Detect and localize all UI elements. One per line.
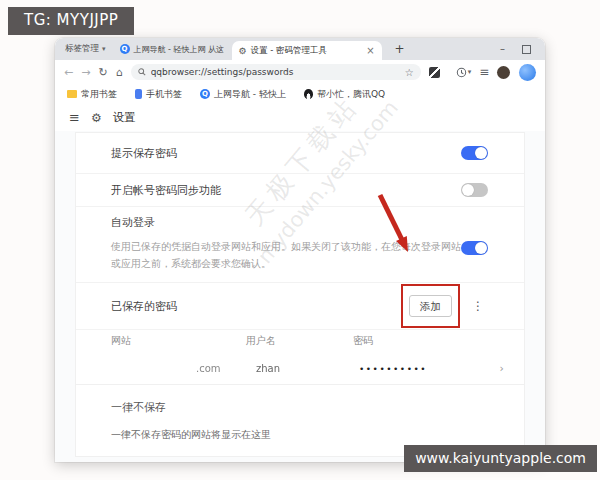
minimize-button[interactable]: – <box>500 44 505 54</box>
settings-page: ≡ ⚙ 设置 提示保存密码 开启帐号密码同步功能 自动登录 使用已保存的凭据自动… <box>55 104 545 462</box>
toggle-knob <box>475 147 487 159</box>
url-input[interactable]: qqbrowser://settings/passwords ☆ <box>131 64 421 80</box>
setting-description: 使用已保存的凭据自动登录网站和应用。如果关闭了该功能，在您每次登录网站或应用之前… <box>111 238 463 272</box>
tab-settings-title: 设置 - 密码管理工具 <box>251 45 327 57</box>
setting-row-password-sync: 开启帐号密码同步功能 <box>76 174 524 207</box>
setting-row-save-prompt: 提示保存密码 <box>76 133 524 174</box>
extension-icon[interactable] <box>429 67 440 78</box>
site-watermark-badge: www.kaiyuntyapple.com <box>404 445 597 472</box>
setting-label: 开启帐号密码同步功能 <box>111 183 221 198</box>
search-icon <box>138 68 146 76</box>
section-title: 已保存的密码 <box>111 299 177 314</box>
folder-icon <box>67 90 77 98</box>
home-icon[interactable]: ⌂ <box>116 67 123 78</box>
gear-icon: ⚙ <box>239 46 247 56</box>
annotation-red-box: 添加 <box>401 284 460 329</box>
maximize-button[interactable] <box>522 45 531 54</box>
tab-home[interactable]: Q 上网导航 - 轻快上网 从这里开始 <box>120 44 224 55</box>
forward-icon[interactable]: → <box>81 67 90 78</box>
back-icon[interactable]: ← <box>64 67 73 78</box>
caret-down-icon: ▾ <box>468 68 472 76</box>
password-sync-toggle[interactable] <box>461 183 488 197</box>
password-cell: •••••••••• <box>353 364 427 374</box>
bookmark-qq-help[interactable]: 帮小忙，腾讯QQ <box>304 88 385 101</box>
username-cell: zhan <box>246 363 280 374</box>
column-password: 密码 <box>353 334 489 348</box>
bookmarks-bar: 常用书签 手机书签 Q 上网导航 - 轻快上 帮小忙，腾讯QQ <box>55 84 545 105</box>
never-save-title: 一律不保存 <box>76 385 524 415</box>
hamburger-menu-icon[interactable]: ≡ <box>69 110 80 125</box>
caret-down-icon: ▾ <box>102 45 106 53</box>
chevron-right-icon[interactable]: › <box>500 362 504 375</box>
bookmark-label: 常用书签 <box>81 88 117 101</box>
browser-window: 标签管理 ▾ Q 上网导航 - 轻快上网 从这里开始 ⚙ 设置 - 密码管理工具… <box>55 38 545 462</box>
bookmark-folder-mobile[interactable]: 手机书签 <box>135 88 182 101</box>
clock-icon <box>456 67 467 78</box>
add-password-button[interactable]: 添加 <box>409 295 452 318</box>
bookmark-star-icon[interactable]: ☆ <box>405 67 414 78</box>
browser-menu-icon[interactable]: ≡ <box>479 65 489 79</box>
bookmark-nav-site[interactable]: Q 上网导航 - 轻快上 <box>200 88 286 101</box>
window-controls: – <box>500 44 531 54</box>
tab-manager-label: 标签管理 <box>65 43 99 55</box>
saved-passwords-header: 已保存的密码 添加 ⋮ <box>76 283 524 329</box>
qq-browser-logo-icon: Q <box>200 89 210 99</box>
toggle-knob <box>462 184 474 196</box>
page-title: 设置 <box>113 110 136 125</box>
phone-icon <box>135 89 142 99</box>
gear-icon: ⚙ <box>91 111 102 125</box>
tab-settings[interactable]: ⚙ 设置 - 密码管理工具 × <box>232 41 382 60</box>
column-username: 用户名 <box>246 334 353 348</box>
bookmark-label: 帮小忙，腾讯QQ <box>317 88 385 101</box>
new-tab-button[interactable]: + <box>395 42 405 56</box>
reload-icon[interactable]: ↻ <box>98 67 107 78</box>
setting-label: 提示保存密码 <box>111 146 177 161</box>
settings-header: ≡ ⚙ 设置 <box>55 104 545 131</box>
tab-manager-button[interactable]: 标签管理 ▾ <box>65 43 106 55</box>
bookmark-folder-common[interactable]: 常用书签 <box>67 88 117 101</box>
profile-avatar[interactable] <box>497 66 510 79</box>
tab-home-title: 上网导航 - 轻快上网 从这里开始 <box>134 44 224 55</box>
tab-strip: 标签管理 ▾ Q 上网导航 - 轻快上网 从这里开始 ⚙ 设置 - 密码管理工具… <box>55 38 545 60</box>
passwords-table-header: 网站 用户名 密码 <box>76 329 524 352</box>
save-prompt-toggle[interactable] <box>461 146 488 160</box>
column-website: 网站 <box>111 334 246 348</box>
tg-watermark-badge: TG: MYYJJPP <box>8 7 134 35</box>
navigation-toolbar: ← → ↻ ⌂ qqbrowser://settings/passwords ☆… <box>55 60 545 84</box>
bookmark-label: 手机书签 <box>146 88 182 101</box>
website-cell: .com <box>196 363 221 374</box>
passwords-settings-card: 提示保存密码 开启帐号密码同步功能 自动登录 使用已保存的凭据自动登录网站和应用… <box>75 132 525 457</box>
toggle-knob <box>475 242 487 254</box>
setting-row-auto-login: 自动登录 使用已保存的凭据自动登录网站和应用。如果关闭了该功能，在您每次登录网站… <box>76 207 524 283</box>
auto-login-toggle[interactable] <box>461 241 488 255</box>
setting-label: 自动登录 <box>111 215 488 230</box>
bookmark-label: 上网导航 - 轻快上 <box>214 88 286 101</box>
url-text: qqbrowser://settings/passwords <box>151 67 400 77</box>
qq-browser-logo-icon: Q <box>120 44 130 54</box>
password-entry-row[interactable]: .com zhan •••••••••• › <box>76 352 524 385</box>
history-icon[interactable]: ▾ <box>456 67 472 78</box>
overflow-menu-icon[interactable]: ⋮ <box>472 299 484 313</box>
penguin-icon <box>304 89 313 99</box>
close-tab-icon[interactable]: × <box>366 45 374 56</box>
account-avatar[interactable] <box>519 64 536 81</box>
